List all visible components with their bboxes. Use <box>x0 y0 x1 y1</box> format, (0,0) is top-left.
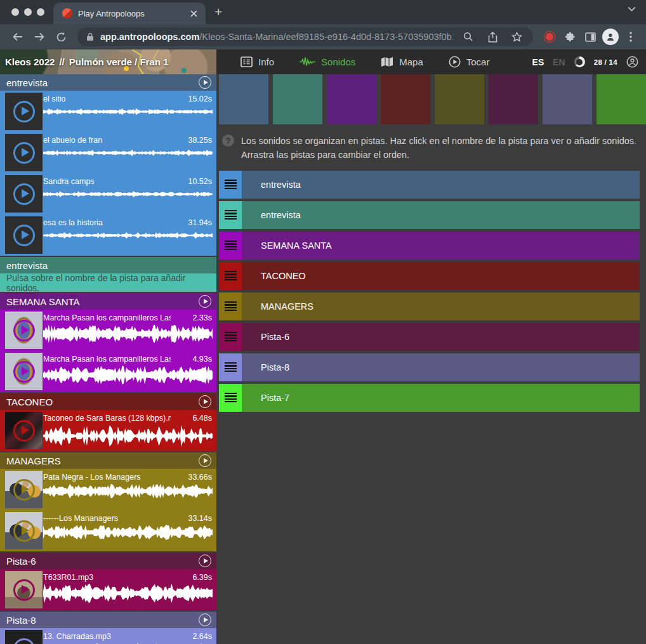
track-row[interactable]: entrevista <box>219 171 640 199</box>
track-row-body[interactable]: Pista-8 <box>242 353 640 381</box>
clip-play-icon[interactable] <box>13 142 35 164</box>
breadcrumb-path[interactable]: Pulmón verde / Fran 1 <box>69 56 169 67</box>
clip-play-icon[interactable] <box>13 479 35 501</box>
close-window-button[interactable] <box>11 8 19 16</box>
extensions-puzzle-icon[interactable] <box>561 28 579 46</box>
breadcrumb-project[interactable]: Kleos 2022 <box>5 56 55 67</box>
clip-play-icon[interactable] <box>13 225 35 246</box>
drag-handle[interactable] <box>219 353 242 381</box>
profile-avatar[interactable] <box>602 28 619 46</box>
nav-info[interactable]: Info <box>228 49 287 74</box>
drag-handle[interactable] <box>219 384 242 412</box>
track-row-body[interactable]: Pista-6 <box>242 323 640 351</box>
clip-item[interactable]: T633R01.mp36.39s <box>0 569 216 610</box>
track-row-body[interactable]: entrevista <box>242 201 640 229</box>
drag-handle[interactable] <box>219 201 242 229</box>
clip-thumbnail[interactable] <box>5 512 43 549</box>
forward-button[interactable] <box>30 28 48 46</box>
drag-handle[interactable] <box>219 323 242 351</box>
track-swatch-8[interactable] <box>597 74 646 124</box>
track-swatch-2[interactable] <box>273 74 322 124</box>
section-header[interactable]: entrevista <box>0 74 216 91</box>
nav-mapa[interactable]: Mapa <box>368 49 436 74</box>
track-swatch-4[interactable] <box>381 74 430 124</box>
section-header[interactable]: Pista-8 <box>0 612 216 628</box>
section-header[interactable]: SEMANA SANTA <box>0 293 216 310</box>
section-play-icon[interactable] <box>199 395 211 408</box>
clip-thumbnail[interactable] <box>5 571 43 608</box>
clip-item[interactable]: 13. Charradas.mp32.64s <box>0 628 216 644</box>
drag-handle[interactable] <box>219 232 242 260</box>
section-title[interactable]: Pista-8 <box>6 615 199 626</box>
clip-thumbnail[interactable] <box>5 216 43 254</box>
reload-button[interactable] <box>52 28 70 46</box>
back-button[interactable] <box>9 28 27 46</box>
new-tab-button[interactable]: + <box>206 3 222 24</box>
section-title[interactable]: MANAGERS <box>6 456 199 466</box>
section-title[interactable]: entrevista <box>6 260 211 271</box>
track-row[interactable]: Pista-6 <box>219 323 640 351</box>
clip-thumbnail[interactable] <box>5 312 43 349</box>
clip-item[interactable]: ------Los Mananagers33.14s <box>0 510 216 551</box>
browser-menu-kebab-icon[interactable] <box>622 28 640 46</box>
clip-item[interactable]: el abuelo de fran38.25s <box>0 132 216 173</box>
clip-item[interactable]: el sitio15.02s <box>0 91 216 132</box>
split-view-icon[interactable] <box>581 28 599 46</box>
track-swatch-1[interactable] <box>219 74 268 124</box>
clip-thumbnail[interactable] <box>5 175 43 213</box>
clip-play-icon[interactable] <box>13 320 35 341</box>
drag-handle[interactable] <box>219 262 242 290</box>
track-row[interactable]: entrevista <box>219 201 640 229</box>
minimize-window-button[interactable] <box>24 8 32 16</box>
bookmark-star-icon[interactable] <box>508 28 525 46</box>
clip-play-icon[interactable] <box>13 183 35 205</box>
section-header[interactable]: Pista-6 <box>0 553 216 569</box>
clip-thumbnail[interactable] <box>5 353 43 390</box>
zoom-window-button[interactable] <box>37 8 44 16</box>
track-row-body[interactable]: Pista-7 <box>242 384 640 412</box>
nav-tocar[interactable]: Tocar <box>436 49 503 74</box>
tab-strip-chevron-icon[interactable] <box>628 6 636 11</box>
clip-play-icon[interactable] <box>13 579 35 601</box>
account-icon[interactable] <box>626 56 638 68</box>
nav-sonidos[interactable]: Sonidos <box>287 49 368 74</box>
browser-tab[interactable]: Play Antropoloops <box>53 3 206 24</box>
section-play-icon[interactable] <box>199 454 211 467</box>
section-play-icon[interactable] <box>199 555 211 567</box>
section-title[interactable]: Pista-6 <box>6 556 199 567</box>
clip-item[interactable]: Taconeo de Sara Baras (128 kbps).mp36.48… <box>0 410 216 451</box>
section-title[interactable]: entrevista <box>6 77 199 88</box>
track-row[interactable]: Pista-7 <box>219 384 640 412</box>
section-play-icon[interactable] <box>199 614 211 626</box>
lang-en-button[interactable]: EN <box>553 57 565 67</box>
clip-item[interactable]: Pata Negra - Los Managers33.66s <box>0 469 216 510</box>
track-swatch-3[interactable] <box>327 74 376 124</box>
address-bar[interactable]: app.antropoloops.com/Kleos-Santa-Marina/… <box>77 27 533 46</box>
drag-handle[interactable] <box>219 292 242 320</box>
clip-play-icon[interactable] <box>13 520 35 542</box>
clip-play-icon[interactable] <box>13 361 35 383</box>
track-swatch-5[interactable] <box>435 74 484 124</box>
clip-item[interactable]: Marcha Pasan los campanilleros Las Mejor… <box>0 351 216 392</box>
clip-item[interactable]: Marcha Pasan los campanilleros Las Mejor… <box>0 310 216 351</box>
drag-handle[interactable] <box>219 171 242 199</box>
share-icon[interactable] <box>484 28 501 46</box>
track-row[interactable]: TACONEO <box>219 262 640 290</box>
record-extension-icon[interactable] <box>541 28 558 46</box>
project-banner[interactable]: Kleos 2022 // Pulmón verde / Fran 1 <box>0 49 216 74</box>
section-header[interactable]: MANAGERS <box>0 452 216 469</box>
clip-thumbnail[interactable] <box>5 134 43 171</box>
clip-item[interactable]: Sandra camps10.52s <box>0 173 216 214</box>
clip-play-icon[interactable] <box>13 420 35 442</box>
section-header[interactable]: TACONEO <box>0 393 216 410</box>
section-title[interactable]: TACONEO <box>6 397 199 407</box>
clip-item[interactable]: esa es la historia31.94s <box>0 214 216 256</box>
section-header[interactable]: entrevista <box>0 257 216 273</box>
section-title[interactable]: SEMANA SANTA <box>6 296 199 307</box>
track-row-body[interactable]: MANAGERS <box>242 292 640 320</box>
track-row-body[interactable]: entrevista <box>242 171 640 199</box>
track-swatch-7[interactable] <box>543 74 592 124</box>
tab-close-icon[interactable] <box>188 8 199 19</box>
clip-thumbnail[interactable] <box>5 471 43 508</box>
section-play-icon[interactable] <box>199 76 211 89</box>
